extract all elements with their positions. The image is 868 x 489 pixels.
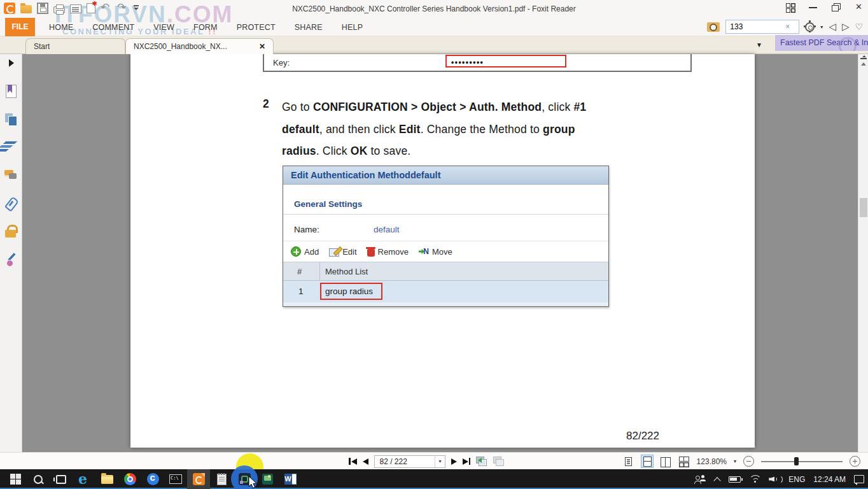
chevron-up-icon[interactable] — [714, 477, 720, 482]
edit-button: Edit — [329, 247, 356, 257]
next-page-icon[interactable] — [451, 458, 457, 465]
undo-icon[interactable] — [101, 3, 112, 14]
zoom-out-icon[interactable] — [743, 456, 754, 467]
scroll-up-icon[interactable] — [861, 62, 866, 66]
tab-start[interactable]: Start — [25, 38, 125, 54]
comments-icon[interactable] — [4, 169, 17, 181]
page-number-input[interactable]: 82 / 222 — [375, 457, 435, 466]
ribbon-tab-protect[interactable]: PROTECT — [227, 23, 285, 32]
qat-dropdown-icon[interactable] — [134, 3, 140, 14]
ribbon-tab-comment[interactable]: COMMENT — [83, 23, 144, 32]
remove-icon — [367, 246, 375, 257]
save-icon[interactable] — [37, 3, 48, 14]
language-indicator[interactable]: ENG — [788, 475, 805, 484]
last-page-icon[interactable] — [463, 458, 471, 465]
page-number-box: 82 / 222 ▾ — [374, 455, 445, 468]
dialog-footer-strip — [283, 302, 608, 306]
prev-result-icon[interactable]: ◁ — [829, 21, 836, 32]
row-method-value: group radius — [325, 287, 373, 296]
taskbar-file-explorer-button[interactable] — [95, 469, 118, 489]
vertical-scrollbar[interactable] — [858, 54, 868, 452]
dialog-title: Edit Authentication Methoddefault — [283, 166, 608, 185]
taskbar-foxit-reader-button[interactable] — [187, 469, 210, 489]
add-icon — [291, 246, 301, 257]
search-box: × — [725, 20, 799, 34]
layers-icon[interactable] — [4, 141, 17, 153]
taskbar-edge-button[interactable] — [73, 469, 95, 489]
table-row: 1 group radius — [283, 281, 608, 302]
taskbar-command-prompt-button[interactable] — [164, 469, 187, 489]
split-view-handle-icon[interactable] — [860, 56, 867, 61]
taskbar-coccoc-button[interactable] — [141, 469, 164, 489]
zoom-slider-thumb[interactable] — [794, 457, 799, 465]
page-footer-number: 82/222 — [626, 430, 659, 443]
bookmarks-icon[interactable] — [4, 85, 17, 97]
edge-icon — [78, 473, 90, 486]
taskbar-chrome-button[interactable] — [118, 469, 141, 489]
zoom-slider[interactable] — [761, 456, 843, 467]
taskbar-task-view-button[interactable] — [50, 469, 73, 489]
previous-page-icon[interactable] — [363, 458, 368, 465]
ribbon-tab-view[interactable]: VIEW — [144, 23, 184, 32]
search-clear-icon[interactable]: × — [782, 22, 793, 31]
taskbar-notepad-button[interactable] — [210, 469, 233, 489]
ribbon-tab-share[interactable]: SHARE — [285, 23, 332, 32]
favorite-heart-icon[interactable]: ♡ — [855, 22, 863, 32]
facing-layout-icon[interactable] — [660, 455, 671, 467]
people-icon[interactable] — [694, 475, 706, 484]
ribbon-tab-form[interactable]: FORM — [184, 23, 227, 32]
notifications-icon[interactable] — [854, 475, 864, 483]
search-input[interactable] — [726, 22, 782, 32]
toolbar-button-label: Remove — [378, 247, 409, 257]
tab-close-icon[interactable]: ✕ — [253, 42, 265, 51]
taskbar-start-button[interactable] — [4, 469, 27, 489]
single-page-layout-icon[interactable] — [623, 455, 634, 467]
key-field-label: Key: — [273, 58, 290, 67]
text-line: Go to CONFIGURATION > Object > Auth. Met… — [282, 96, 651, 118]
next-result-icon[interactable]: ▷ — [842, 21, 850, 32]
page-thumbnails-icon[interactable] — [4, 113, 17, 125]
expand-arrow-icon[interactable] — [8, 57, 14, 69]
zoom-in-icon[interactable] — [850, 456, 860, 467]
email-icon[interactable] — [70, 4, 81, 13]
security-icon[interactable] — [4, 225, 17, 237]
scrollbar-thumb[interactable] — [860, 198, 867, 217]
open-folder-icon[interactable] — [20, 5, 32, 13]
zoom-dropdown-icon[interactable]: ▾ — [734, 458, 736, 464]
page-dropdown-icon[interactable]: ▾ — [435, 456, 444, 467]
row-number: 1 — [298, 287, 304, 296]
continuous-facing-layout-icon[interactable] — [678, 455, 690, 467]
battery-icon[interactable] — [729, 476, 741, 483]
redo-icon[interactable] — [117, 3, 129, 14]
ribbon-tabs: HOME COMMENT VIEW FORM PROTECT SHARE HEL… — [39, 18, 372, 36]
zoom-percent[interactable]: 123.80% — [697, 457, 727, 466]
search-folder-icon[interactable] — [707, 22, 720, 32]
ribbon-tab-help[interactable]: HELP — [332, 23, 372, 32]
clock[interactable]: 12:24 AM — [813, 475, 846, 484]
minimize-icon[interactable] — [808, 2, 818, 12]
tab-list-dropdown-icon[interactable]: ▼ — [756, 41, 762, 48]
volume-icon[interactable] — [769, 475, 780, 484]
signature-icon[interactable] — [4, 253, 17, 266]
previous-view-icon[interactable] — [476, 457, 487, 466]
ribbon-tab-file[interactable]: FILE — [5, 18, 35, 36]
restore-icon[interactable] — [831, 2, 841, 12]
first-page-icon[interactable] — [349, 458, 357, 465]
taskbar-word-button[interactable] — [279, 469, 302, 489]
layout-grid-icon[interactable] — [785, 2, 795, 12]
settings-gear-icon[interactable] — [805, 22, 815, 32]
ribbon-tab-home[interactable]: HOME — [39, 23, 83, 32]
gear-dropdown-icon[interactable]: ▾ — [820, 24, 823, 30]
wifi-icon[interactable] — [749, 475, 760, 483]
tab-document[interactable]: NXC2500_Handbook_NX... ✕ — [125, 38, 274, 54]
print-icon[interactable] — [53, 6, 65, 13]
taskbar-photos-button[interactable] — [256, 469, 279, 489]
continuous-layout-icon[interactable] — [641, 455, 653, 467]
task-view-icon — [56, 475, 66, 484]
new-document-icon[interactable] — [87, 3, 95, 13]
foxit-logo-icon[interactable] — [4, 3, 15, 14]
taskbar-search-button[interactable] — [27, 469, 50, 489]
close-icon[interactable] — [854, 2, 864, 12]
attachments-icon[interactable] — [4, 197, 17, 209]
search-index-banner[interactable]: Fastest PDF Search & Index — [775, 35, 868, 51]
